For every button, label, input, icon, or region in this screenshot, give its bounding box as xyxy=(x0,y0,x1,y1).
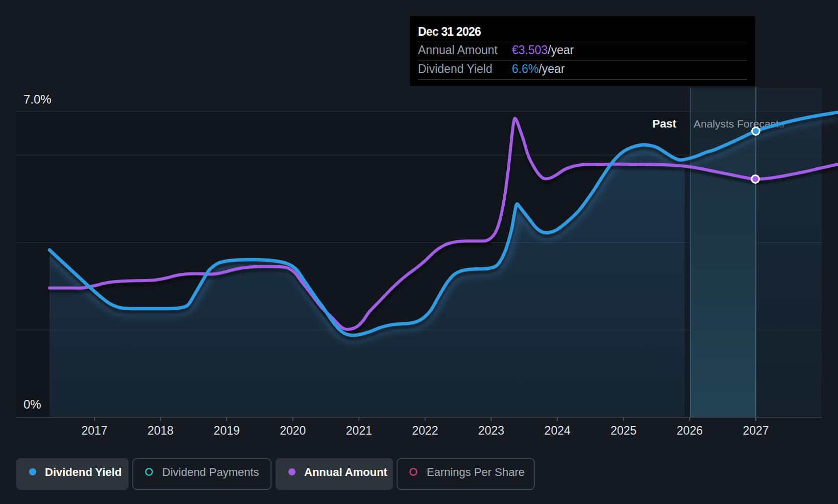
svg-text:Annual Amount: Annual Amount xyxy=(304,466,388,478)
svg-text:Annual Amount: Annual Amount xyxy=(418,43,498,57)
svg-text:2026: 2026 xyxy=(677,424,703,437)
svg-text:2024: 2024 xyxy=(545,424,571,437)
svg-text:Earnings Per Share: Earnings Per Share xyxy=(427,466,525,478)
svg-text:2017: 2017 xyxy=(81,424,107,437)
svg-text:2019: 2019 xyxy=(214,424,240,437)
svg-text:2025: 2025 xyxy=(610,424,636,437)
svg-text:Dividend Yield: Dividend Yield xyxy=(418,62,492,75)
svg-text:2018: 2018 xyxy=(147,424,174,437)
svg-text:0%: 0% xyxy=(23,397,41,411)
svg-text:2021: 2021 xyxy=(346,424,372,437)
svg-text:7.0%: 7.0% xyxy=(23,92,52,106)
svg-text:Past: Past xyxy=(653,117,677,130)
svg-text:2020: 2020 xyxy=(280,424,306,437)
svg-text:2027: 2027 xyxy=(743,424,769,437)
svg-text:Dividend Yield: Dividend Yield xyxy=(45,466,121,478)
svg-text:2023: 2023 xyxy=(478,424,504,437)
svg-text:2022: 2022 xyxy=(412,424,438,437)
svg-text:Dividend Payments: Dividend Payments xyxy=(162,466,259,478)
svg-text:€3.503/year: €3.503/year xyxy=(512,43,574,57)
svg-text:6.6%/year: 6.6%/year xyxy=(512,62,565,75)
svg-text:Dec 31 2026: Dec 31 2026 xyxy=(418,25,481,38)
